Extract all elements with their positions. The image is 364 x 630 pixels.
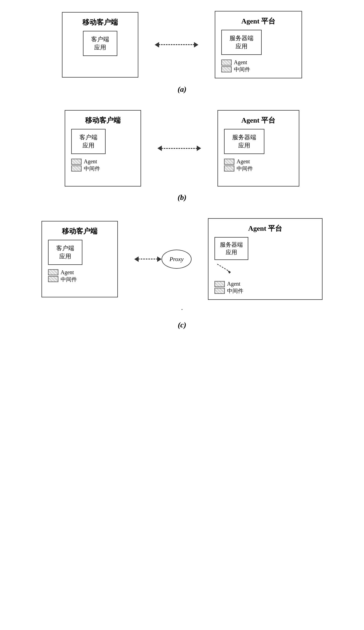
- agent-block-2-lb: [71, 165, 82, 171]
- client-app-box-a: 客户端 应用: [83, 31, 117, 56]
- agent-block-2-lc: [48, 276, 58, 282]
- agent-platform-box-a: Agent 平台 服务器端 应用 Agent 中间件: [215, 11, 302, 78]
- client-app-box-c: 客户端 应用: [48, 240, 82, 265]
- arrow-head-right-c: [157, 256, 162, 262]
- server-app-box-c: 服务器端 应用: [214, 237, 248, 260]
- agent-middleware-left-b: Agent 中间件: [71, 158, 135, 172]
- agent-text-right-c: Agent 中间件: [227, 280, 243, 294]
- agent-platform-box-b: Agent 平台 服务器端 应用 Agent 中间件: [217, 110, 299, 187]
- arrow-b: [157, 146, 201, 151]
- mobile-client-title-b: 移动客户端: [71, 116, 135, 125]
- agent-middleware-a: Agent 中间件: [221, 59, 296, 73]
- client-app-box-b: 客户端 应用: [71, 129, 106, 154]
- agent-text-left-c: Agent 中间件: [61, 269, 77, 283]
- dot-c: ·: [181, 305, 183, 314]
- agent-text-right-b: Agent 中间件: [237, 158, 253, 172]
- agent-middleware-right-c: Agent 中间件: [214, 280, 248, 294]
- arrow-a: [155, 42, 198, 48]
- agent-middleware-right-b: Agent 中间件: [224, 158, 293, 172]
- arrow-right-head-b: [197, 146, 201, 151]
- proxy-to-middleware-arrow: [214, 263, 248, 274]
- diagram-a-row: 移动客户端 客户端 应用 Agent 平台 服务器端 应用: [5, 11, 359, 78]
- agent-block-1-rc: [214, 281, 225, 287]
- diagram-c-row: 移动客户端 客户端 应用 Agent 中间件: [5, 218, 359, 300]
- server-app-box-b: 服务器端 应用: [224, 129, 264, 154]
- agent-block-1-rb: [224, 159, 234, 165]
- agent-blocks-a: [221, 60, 232, 72]
- agent-block-2-a: [221, 66, 232, 72]
- agent-blocks-left-c: [48, 269, 58, 282]
- server-app-box-a: 服务器端 应用: [221, 30, 262, 55]
- diagram-b-row: 移动客户端 客户端 应用 Agent 中间件: [5, 110, 359, 187]
- agent-platform-box-c: Agent 平台 服务器端 应用: [208, 218, 323, 300]
- caption-c: (c): [178, 321, 186, 329]
- dashed-arrow-b: [157, 146, 201, 151]
- proxy-oval: Proxy: [162, 250, 192, 269]
- agent-platform-title-b: Agent 平台: [224, 116, 293, 125]
- agent-block-2-rb: [224, 165, 234, 171]
- dashed-line-b: [161, 148, 197, 149]
- diagram-a: 移动客户端 客户端 应用 Agent 平台 服务器端 应用: [5, 11, 359, 94]
- dashed-line-a: [159, 44, 195, 45]
- diagonal-arrow-svg: [217, 263, 234, 274]
- agent-blocks-right-b: [224, 159, 234, 171]
- agent-text-left-b: Agent 中间件: [84, 158, 100, 172]
- agent-block-2-rc: [214, 288, 225, 294]
- agent-blocks-right-c: [214, 281, 225, 294]
- mobile-client-title-a: 移动客户端: [68, 17, 132, 27]
- mobile-client-box-c: 移动客户端 客户端 应用 Agent 中间件: [41, 221, 118, 297]
- mobile-client-title-c: 移动客户端: [48, 226, 111, 236]
- dashed-arrow-a: [155, 42, 198, 48]
- agent-blocks-left-b: [71, 159, 82, 171]
- right-c-inner: 服务器端 应用: [214, 237, 316, 294]
- arrow-proxy-section: Proxy: [134, 250, 192, 269]
- svg-line-0: [217, 264, 231, 272]
- agent-text-a: Agent 中间件: [234, 59, 250, 73]
- agent-block-1-a: [221, 60, 232, 66]
- mobile-client-box-a: 移动客户端 客户端 应用: [62, 12, 138, 78]
- svg-marker-1: [228, 270, 231, 274]
- agent-block-1-lc: [48, 269, 58, 275]
- arrow-right-head-a: [194, 42, 198, 48]
- agent-middleware-left-c: Agent 中间件: [48, 269, 111, 283]
- mobile-client-box-b: 移动客户端 客户端 应用 Agent 中间件: [65, 110, 141, 187]
- diagram-b: 移动客户端 客户端 应用 Agent 中间件: [5, 110, 359, 202]
- caption-b: (b): [178, 193, 187, 202]
- dashed-arrow-c-left: [134, 256, 162, 262]
- agent-platform-title-a: Agent 平台: [221, 16, 296, 26]
- server-side-c: 服务器端 应用: [214, 237, 248, 294]
- caption-a: (a): [178, 85, 187, 94]
- agent-block-1-lb: [71, 159, 82, 165]
- diagram-c: 移动客户端 客户端 应用 Agent 中间件: [5, 218, 359, 329]
- agent-platform-title-c: Agent 平台: [214, 224, 316, 233]
- dashed-line-c-left: [138, 259, 158, 259]
